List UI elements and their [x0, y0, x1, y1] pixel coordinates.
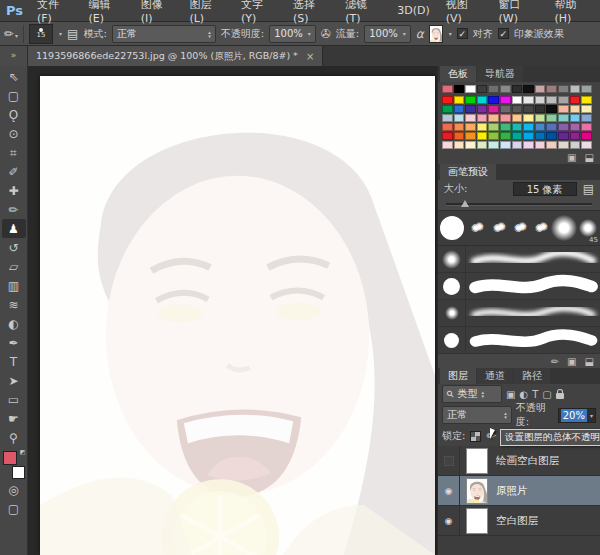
layer-row-blank[interactable]: ◉ 空白图层	[438, 506, 600, 536]
color-swatch[interactable]	[581, 132, 592, 140]
color-swatch[interactable]	[523, 123, 534, 131]
color-swatch[interactable]	[523, 141, 534, 149]
color-swatch[interactable]	[500, 85, 511, 93]
color-swatch[interactable]	[546, 132, 557, 140]
color-swatch[interactable]	[570, 85, 581, 93]
lock-transparency-icon[interactable]	[470, 431, 481, 442]
color-swatch[interactable]	[465, 141, 476, 149]
tool-dodge[interactable]: ◐	[2, 314, 26, 333]
color-swatch[interactable]	[442, 123, 453, 131]
visibility-toggle[interactable]	[438, 446, 460, 475]
toggle-brush-panel-icon[interactable]: ▤	[67, 28, 78, 40]
brush-stroke-preset-soft-2[interactable]	[438, 300, 600, 327]
delete-brush-icon[interactable]: ⬓	[585, 356, 594, 367]
color-swatch[interactable]	[512, 114, 523, 122]
color-swatch[interactable]	[488, 105, 499, 113]
layer-blend-mode-select[interactable]: 正常 ▴▾	[442, 406, 512, 424]
document-canvas[interactable]	[40, 76, 435, 555]
color-swatch[interactable]	[535, 85, 546, 93]
brush-picker-arrow-icon[interactable]: ▾	[59, 30, 62, 37]
tool-zoom[interactable]: ⚲	[2, 428, 26, 447]
quick-mask-button[interactable]: ◎	[2, 480, 26, 499]
brush-tip-partial[interactable]: 45	[579, 212, 598, 244]
menu-view[interactable]: 视图(V)	[438, 0, 491, 25]
pattern-arrow-icon[interactable]: ▾	[449, 30, 452, 37]
tab-channels[interactable]: 通道	[477, 368, 513, 384]
close-document-icon[interactable]: ×	[306, 51, 314, 62]
opacity-select[interactable]: 100% ▾	[269, 25, 316, 43]
toolbar-collapse-button[interactable]: »	[0, 46, 28, 66]
color-swatch[interactable]	[546, 114, 557, 122]
tool-rectangular-marquee[interactable]: ▢	[2, 86, 26, 105]
brush-stroke-preset-hard-2[interactable]	[438, 327, 600, 354]
color-swatch[interactable]	[477, 105, 488, 113]
color-swatch[interactable]	[477, 85, 488, 93]
color-swatch[interactable]	[477, 123, 488, 131]
slider-thumb[interactable]	[461, 200, 469, 207]
toggle-brush-panel-icon[interactable]: ▤	[583, 183, 594, 195]
color-swatch[interactable]	[581, 123, 592, 131]
color-swatch[interactable]	[570, 141, 581, 149]
color-swatch[interactable]	[442, 96, 453, 104]
color-swatch[interactable]	[465, 123, 476, 131]
color-swatch[interactable]	[581, 96, 592, 104]
tool-clone-stamp[interactable]: ♟	[2, 219, 26, 238]
color-swatch[interactable]	[477, 96, 488, 104]
layer-thumbnail-photo[interactable]	[466, 478, 488, 504]
tool-pen[interactable]: ✒	[2, 333, 26, 352]
color-swatch[interactable]	[454, 132, 465, 140]
color-swatch[interactable]	[512, 141, 523, 149]
menu-file[interactable]: 文件(F)	[29, 0, 81, 25]
brush-tip-scatter-2[interactable]: ✺✺	[487, 212, 506, 244]
color-swatch[interactable]	[535, 141, 546, 149]
color-swatch[interactable]	[442, 105, 453, 113]
tool-preset-icon[interactable]: ✏▾	[4, 28, 18, 40]
color-swatch[interactable]	[442, 141, 453, 149]
brush-stroke-preset-soft-1[interactable]	[438, 246, 600, 273]
color-swatch[interactable]	[454, 105, 465, 113]
tool-eyedropper[interactable]: ✐	[2, 162, 26, 181]
color-swatch[interactable]	[442, 114, 453, 122]
brush-tip-scatter-1[interactable]: ✺✺	[466, 212, 485, 244]
color-swatch[interactable]	[488, 132, 499, 140]
color-swatch[interactable]	[546, 141, 557, 149]
document-tab[interactable]: 1193596866ede22753l.jpg @ 100% (原照片, RGB…	[28, 46, 323, 66]
color-swatch[interactable]	[581, 105, 592, 113]
menu-select[interactable]: 选择(S)	[285, 0, 337, 25]
pattern-sample-thumbnail[interactable]	[429, 25, 443, 43]
tool-lasso[interactable]: Ǫ	[2, 105, 26, 124]
menu-image[interactable]: 图像(I)	[133, 0, 182, 25]
color-swatch[interactable]	[523, 96, 534, 104]
brush-tip-scatter-4[interactable]: ✺✺	[530, 212, 549, 244]
new-swatch-icon[interactable]: ▣	[567, 152, 576, 163]
flow-select[interactable]: 100% ▾	[364, 25, 411, 43]
color-swatch[interactable]	[546, 105, 557, 113]
color-swatch[interactable]	[454, 114, 465, 122]
delete-swatch-icon[interactable]: ⬓	[585, 152, 594, 163]
tool-path-selection[interactable]: ➤	[2, 371, 26, 390]
align-checkbox[interactable]: ✓	[457, 28, 468, 39]
color-swatch[interactable]	[500, 132, 511, 140]
impressionist-checkbox[interactable]: ✓	[498, 28, 509, 39]
color-swatch[interactable]	[535, 105, 546, 113]
color-swatch[interactable]	[477, 132, 488, 140]
color-swatch[interactable]	[488, 96, 499, 104]
color-swatch[interactable]	[465, 105, 476, 113]
color-swatch[interactable]	[512, 132, 523, 140]
airbrush-icon[interactable]: α	[416, 28, 424, 40]
color-swatch[interactable]	[570, 123, 581, 131]
menu-help[interactable]: 帮助(H)	[546, 0, 600, 25]
tab-layers[interactable]: 图层	[440, 368, 476, 384]
color-swatch[interactable]	[558, 85, 569, 93]
color-swatch[interactable]	[546, 96, 557, 104]
tool-type[interactable]: T	[2, 352, 26, 371]
tool-brush[interactable]: ✏	[2, 200, 26, 219]
color-swatch[interactable]	[512, 123, 523, 131]
color-swatch[interactable]	[500, 123, 511, 131]
color-swatch[interactable]	[512, 96, 523, 104]
brush-tip-hard-round[interactable]	[440, 212, 464, 244]
color-swatch[interactable]	[570, 96, 581, 104]
color-swatch[interactable]	[465, 114, 476, 122]
brush-tip-scatter-3[interactable]: ✺✺	[508, 212, 527, 244]
brush-preset-picker[interactable]: 15	[29, 24, 53, 44]
